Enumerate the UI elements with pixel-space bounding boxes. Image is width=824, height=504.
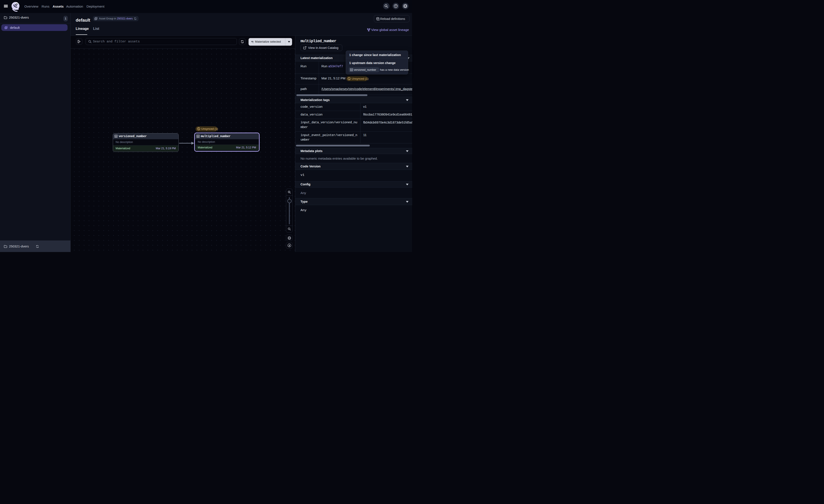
svg-text:?: ?	[395, 5, 396, 7]
